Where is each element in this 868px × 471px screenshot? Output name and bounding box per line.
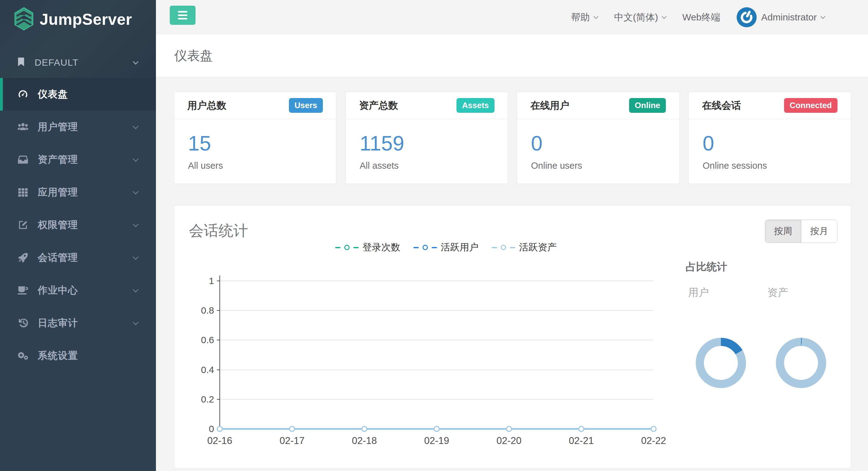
card-title: 用户总数	[187, 99, 226, 112]
avatar	[737, 7, 757, 27]
status-badge: Assets	[457, 98, 495, 113]
card-title: 在线会话	[702, 99, 741, 112]
org-switcher[interactable]: DEFAULT	[0, 49, 156, 75]
chevron-down-icon	[662, 14, 667, 19]
y-tick-label: 0	[209, 424, 214, 434]
users-icon	[17, 122, 29, 132]
web-terminal-label: Web终端	[682, 11, 720, 24]
data-point	[289, 426, 294, 431]
stat-label: Online users	[531, 161, 665, 171]
sidebar-item-audit[interactable]: 日志审计	[0, 307, 156, 339]
jumpserver-logo: JumpServer	[14, 6, 132, 33]
toggle-month-button[interactable]: 按月	[801, 220, 837, 242]
session-line-chart: 1 0.8 0.6 0.4 0.2 0 02-16 02-17 02-18 02…	[195, 269, 698, 454]
bookmark-icon	[17, 57, 25, 68]
topbar: 帮助 中文(简体) Web终端	[156, 0, 868, 35]
sidebar-item-permissions[interactable]: 权限管理	[0, 209, 156, 241]
sidebar: JumpServer DEFAULT 仪表盘	[0, 0, 156, 471]
period-toggle: 按周 按月	[765, 220, 837, 243]
stat-card-total-users: 用户总数 Users 15 All users	[174, 92, 336, 184]
x-tick-label: 02-22	[641, 435, 666, 446]
sidebar-item-label: 权限管理	[38, 218, 78, 232]
chart-legend: 登录次数 活跃用户 活跃资产	[335, 241, 557, 254]
status-badge: Online	[629, 98, 666, 113]
sidebar-toggle-button[interactable]	[170, 6, 195, 25]
stat-value: 0	[531, 133, 665, 154]
legend-item-active-assets[interactable]: 活跃资产	[492, 241, 557, 254]
y-tick-label: 0.6	[201, 335, 214, 345]
legend-item-logins[interactable]: 登录次数	[335, 241, 400, 254]
status-badge: Connected	[784, 98, 837, 113]
data-point	[651, 426, 656, 431]
session-stats-title: 会话统计	[189, 221, 248, 241]
coffee-icon	[17, 285, 29, 296]
breadcrumb: 仪表盘	[156, 35, 868, 77]
sidebar-item-users[interactable]: 用户管理	[0, 111, 156, 143]
stat-value: 15	[188, 133, 322, 154]
x-tick-label: 02-20	[496, 435, 521, 446]
page-title: 仪表盘	[174, 47, 213, 64]
gears-icon	[17, 350, 29, 361]
sidebar-item-label: 日志审计	[38, 316, 78, 330]
legend-line-icon	[335, 247, 340, 248]
sidebar-item-job-center[interactable]: 作业中心	[0, 274, 156, 307]
ratio-stats-title: 占比统计	[686, 260, 727, 274]
history-icon	[17, 318, 29, 328]
chevron-down-icon	[593, 14, 598, 19]
topbar-right: 帮助 中文(简体) Web终端	[571, 0, 825, 35]
chevron-down-icon	[133, 189, 138, 194]
legend-label: 登录次数	[363, 241, 400, 254]
chevron-down-icon	[133, 221, 138, 227]
sidebar-item-label: 应用管理	[38, 186, 78, 199]
stat-card-total-assets: 资产总数 Assets 1159 All assets	[345, 92, 508, 184]
ratio-label-assets: 资产	[767, 285, 788, 300]
sidebar-menu: 仪表盘 用户管理	[0, 78, 156, 372]
legend-circle-icon	[501, 245, 506, 250]
sidebar-item-label: 会话管理	[38, 251, 78, 264]
legend-label: 活跃用户	[441, 241, 478, 254]
logo-text: JumpServer	[40, 10, 132, 29]
inbox-icon	[17, 154, 29, 165]
y-tick-label: 1	[209, 275, 214, 286]
x-tick-label: 02-16	[207, 435, 232, 446]
web-terminal-link[interactable]: Web终端	[682, 11, 720, 24]
org-label: DEFAULT	[35, 57, 79, 68]
stat-value: 0	[703, 133, 837, 154]
users-donut-chart	[696, 338, 746, 388]
sidebar-item-label: 系统设置	[38, 349, 78, 362]
x-tick-label: 02-18	[352, 435, 377, 446]
legend-line-icon	[413, 247, 419, 248]
toggle-week-button[interactable]: 按周	[765, 220, 801, 242]
legend-line-icon	[353, 247, 359, 248]
stat-value: 1159	[360, 133, 494, 154]
x-tick-label: 02-21	[569, 435, 593, 446]
grid-icon	[17, 187, 29, 198]
legend-line-icon	[510, 247, 515, 248]
jumpserver-logo-icon	[14, 6, 34, 33]
assets-donut-chart	[776, 338, 826, 388]
legend-item-active-users[interactable]: 活跃用户	[413, 241, 478, 254]
stat-card-online-users: 在线用户 Online 0 Online users	[517, 92, 679, 184]
dashboard-icon	[17, 89, 29, 100]
chevron-down-icon	[133, 156, 138, 162]
language-menu[interactable]: 中文(简体)	[614, 11, 666, 24]
stat-label: All users	[188, 161, 322, 171]
sidebar-item-assets[interactable]: 资产管理	[0, 143, 156, 176]
data-point	[434, 426, 439, 431]
sidebar-item-sessions[interactable]: 会话管理	[0, 241, 156, 274]
chevron-down-icon	[133, 59, 138, 64]
sidebar-item-settings[interactable]: 系统设置	[0, 339, 156, 372]
chevron-down-icon	[133, 123, 138, 129]
help-menu[interactable]: 帮助	[571, 11, 598, 24]
chevron-down-icon	[133, 319, 138, 325]
status-badge: Users	[289, 98, 323, 113]
stat-card-online-sessions: 在线会话 Connected 0 Online sessions	[688, 92, 851, 184]
data-point	[579, 426, 584, 431]
sidebar-item-dashboard[interactable]: 仪表盘	[0, 78, 156, 111]
sidebar-item-applications[interactable]: 应用管理	[0, 176, 156, 209]
chevron-down-icon	[820, 14, 826, 19]
sidebar-item-label: 仪表盘	[38, 88, 68, 101]
x-tick-label: 02-19	[424, 435, 449, 446]
user-menu[interactable]: Administrator	[737, 7, 825, 27]
card-title: 资产总数	[359, 99, 398, 112]
